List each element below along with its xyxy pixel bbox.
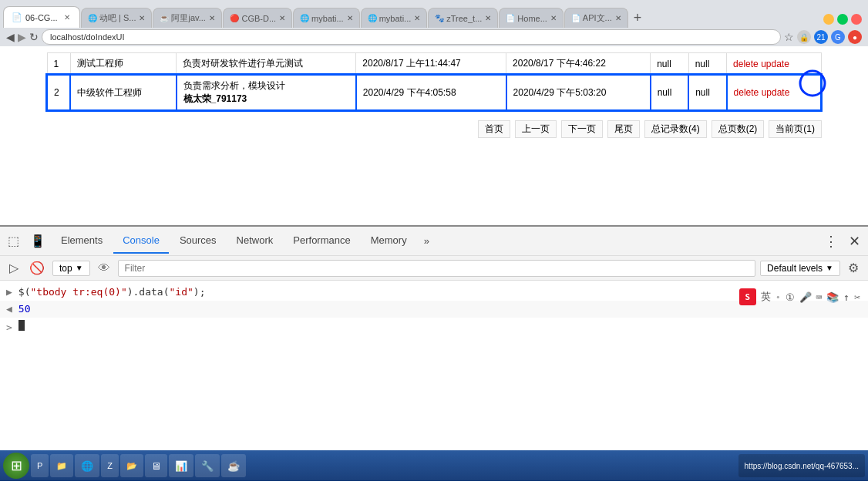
levels-selector[interactable]: Default levels ▼	[760, 261, 840, 276]
delete-link-2[interactable]: delete	[734, 87, 759, 98]
clear-console-button[interactable]: ▷	[6, 259, 22, 277]
devtools-menu-button[interactable]: ⋮	[819, 230, 843, 253]
maximize-button[interactable]	[837, 14, 848, 25]
cell-num: 1	[47, 53, 70, 76]
svg-point-0	[800, 71, 825, 96]
current-page: 当前页(1)	[769, 120, 822, 138]
tab-more[interactable]: »	[418, 229, 436, 253]
cell-desc: 负责对研发软件进行单元测试	[177, 53, 356, 76]
extension-3[interactable]: G	[831, 30, 845, 44]
tab-9-close[interactable]: ✕	[615, 14, 621, 22]
cell-col6-2: null	[688, 75, 726, 110]
console-cursor-line[interactable]: >	[0, 318, 868, 335]
tab-console[interactable]: Console	[113, 228, 169, 254]
extension-4[interactable]: ●	[848, 30, 862, 44]
tab-sources[interactable]: Sources	[170, 228, 226, 254]
tab-active[interactable]: 📄 06-CG... ✕	[3, 6, 80, 28]
table-row-selected[interactable]: 2 中级软件工程师 负责需求分析，模块设计梳太荣_791173 2020/4/2…	[47, 75, 821, 110]
sogou-item-1[interactable]: 英	[761, 290, 771, 304]
total-records: 总记录数(4)	[644, 120, 707, 138]
levels-dropdown-icon: ▼	[826, 264, 833, 272]
tab-8[interactable]: 📄 Home... ✕	[499, 8, 564, 28]
tab-network[interactable]: Network	[227, 228, 283, 254]
tab-6-close[interactable]: ✕	[414, 14, 420, 22]
taskbar-app-2[interactable]: 📁	[50, 454, 73, 477]
address-bar: ◀ ▶ ↻ ☆ 🔒 21 G ●	[0, 28, 868, 46]
update-link-2[interactable]: update	[762, 87, 790, 98]
taskbar-app-9[interactable]: ☕	[221, 454, 246, 477]
forward-button[interactable]: ▶	[18, 31, 26, 43]
start-button[interactable]: ⊞	[3, 453, 29, 479]
total-pages: 总页数(2)	[712, 120, 765, 138]
last-page-button[interactable]: 尾页	[607, 120, 640, 138]
taskbar-app-8[interactable]: 🔧	[195, 454, 220, 477]
circle-annotation	[797, 68, 828, 99]
tab-2[interactable]: 🌐 动吧 | S... ✕	[81, 8, 152, 28]
tab-9[interactable]: 📄 API文... ✕	[564, 8, 628, 28]
tab-4[interactable]: 🔴 CGB-D... ✕	[223, 8, 292, 28]
tab-performance[interactable]: Performance	[284, 228, 359, 254]
context-selector[interactable]: top ▼	[52, 261, 90, 276]
console-input-line: ▶ $("tbody tr:eq(0)").data("id");	[0, 284, 868, 301]
tab-6[interactable]: 🌐 mybati... ✕	[361, 8, 428, 28]
sogou-item-3[interactable]: ①	[786, 291, 795, 303]
console-toolbar: ▷ 🚫 top ▼ 👁 Default levels ▼ ⚙	[0, 256, 868, 281]
extension-2[interactable]: 21	[814, 30, 828, 44]
tab-4-close[interactable]: ✕	[279, 14, 285, 22]
cell-title-2: 中级软件工程师	[70, 75, 177, 110]
tab-8-close[interactable]: ✕	[550, 14, 557, 22]
taskbar-app-6[interactable]: 🖥	[145, 454, 167, 477]
back-button[interactable]: ◀	[6, 31, 15, 43]
taskbar-app-4[interactable]: Z	[101, 454, 119, 477]
settings-button[interactable]: ⚙	[845, 259, 862, 277]
tab-8-label: Home...	[517, 14, 547, 23]
cell-title: 测试工程师	[70, 53, 177, 76]
sogou-item-6[interactable]: 📚	[826, 291, 839, 303]
tab-close-icon[interactable]: ✕	[64, 13, 70, 22]
tab-5[interactable]: 🌐 mybati... ✕	[293, 8, 360, 28]
tab-7-close[interactable]: ✕	[485, 14, 491, 22]
tab-3[interactable]: ☕ 阿里jav... ✕	[153, 8, 222, 28]
input-prompt: ▶	[6, 286, 12, 298]
tab-2-label: 动吧 | S...	[99, 12, 136, 24]
update-link-1[interactable]: update	[761, 59, 789, 69]
tab-7[interactable]: 🐾 zTree_t... ✕	[428, 8, 498, 28]
next-page-button[interactable]: 下一页	[561, 120, 603, 138]
eye-button[interactable]: 👁	[95, 260, 113, 277]
table-row[interactable]: 1 测试工程师 负责对研发软件进行单元测试 2020/8/17 上午11:44:…	[47, 53, 821, 76]
devtools-close-button[interactable]: ✕	[844, 230, 865, 253]
tab-3-close[interactable]: ✕	[209, 14, 215, 22]
taskbar-app-1[interactable]: P	[31, 454, 49, 477]
minimize-button[interactable]	[823, 14, 834, 25]
url-input[interactable]	[42, 29, 781, 45]
tab-5-close[interactable]: ✕	[347, 14, 353, 22]
refresh-button[interactable]: ↻	[29, 31, 39, 43]
first-page-button[interactable]: 首页	[478, 120, 510, 138]
taskbar-app-7[interactable]: 📊	[169, 454, 193, 477]
new-tab-button[interactable]: +	[629, 10, 647, 26]
tab-bar: 📄 06-CG... ✕ 🌐 动吧 | S... ✕ ☕ 阿里jav... ✕ …	[0, 0, 868, 28]
extension-1[interactable]: 🔒	[797, 30, 811, 44]
sogou-item-7[interactable]: ↑	[843, 291, 849, 303]
device-toolbar-button[interactable]: 📱	[25, 231, 50, 251]
console-code: $("tbody tr:eq(0)").data("id");	[19, 286, 206, 298]
delete-link-1[interactable]: delete	[733, 59, 759, 69]
close-button[interactable]	[851, 14, 862, 25]
taskbar-app-5[interactable]: 📂	[120, 454, 143, 477]
bookmark-button[interactable]: ☆	[784, 31, 794, 43]
taskbar-app-3[interactable]: 🌐	[75, 454, 99, 477]
inspect-element-button[interactable]: ⬚	[3, 231, 24, 251]
tab-memory[interactable]: Memory	[362, 228, 416, 254]
prev-page-button[interactable]: 上一页	[515, 120, 557, 138]
cell-desc-2: 负责需求分析，模块设计梳太荣_791173	[177, 75, 356, 110]
filter-input[interactable]	[118, 260, 755, 277]
block-button[interactable]: 🚫	[26, 259, 48, 277]
cell-actions-2: delete update	[727, 75, 821, 110]
sogou-item-5[interactable]: ⌨	[816, 291, 823, 303]
tab-elements[interactable]: Elements	[52, 228, 112, 254]
sogou-item-4[interactable]: 🎤	[799, 291, 812, 303]
cell-update-2: 2020/4/29 下午5:03:20	[506, 75, 651, 110]
tab-2-close[interactable]: ✕	[139, 14, 145, 22]
sogou-item-8[interactable]: ✂	[854, 291, 860, 303]
console-output: ▶ $("tbody tr:eq(0)").data("id"); ◀ 50 >…	[0, 281, 868, 450]
